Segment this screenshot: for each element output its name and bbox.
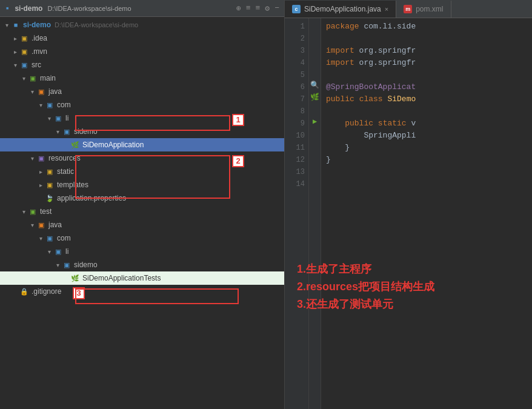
- tree-item-label: main: [40, 74, 56, 82]
- arrow-icon: [45, 247, 53, 256]
- java-spring-test-icon: 🌿: [70, 273, 80, 283]
- code-line-2: [326, 33, 527, 45]
- expand-all-icon[interactable]: ≡: [246, 4, 251, 13]
- tree-item-idea[interactable]: ▣ .idea: [0, 32, 284, 45]
- tree-item-label: .mvn: [32, 47, 47, 56]
- keyword-import2: import: [326, 57, 354, 69]
- tree-item-label: sidemo: [74, 127, 98, 136]
- tab-label: SiDemoApplication.java: [304, 5, 381, 13]
- collapse-all-icon[interactable]: ≡: [256, 4, 261, 13]
- tree-item-test-sidemo[interactable]: ▣ sidemo: [0, 258, 284, 271]
- folder-static-icon: ▣: [45, 167, 55, 176]
- panel-title: si-demo: [15, 4, 42, 13]
- tree-item-SiDemoApplication[interactable]: 🌿 SiDemoApplication: [0, 138, 284, 151]
- code-content[interactable]: package com.li.side import org.springfr …: [321, 18, 532, 409]
- gutter-line-5: [309, 67, 321, 79]
- classname-sidemo: SiDemo: [387, 93, 416, 105]
- run-gutter-icon[interactable]: ▶: [313, 117, 317, 126]
- folder-templates-icon: ▣: [45, 180, 55, 190]
- tree-item-test[interactable]: ▣ test: [0, 205, 284, 218]
- method-signature: [326, 118, 345, 130]
- java-spring-icon: 🌿: [70, 140, 80, 150]
- tree-item-test-java[interactable]: ▣ java: [0, 218, 284, 231]
- badge-1: 1: [232, 114, 244, 126]
- tree-item-label: resources: [48, 154, 81, 162]
- tree-item-gitignore[interactable]: 🔒 .gitignore: [0, 285, 284, 298]
- tab-pom-xml[interactable]: m pom.xml: [396, 1, 451, 18]
- tree-item-label: li: [65, 114, 68, 122]
- tree-item-test-com[interactable]: ▣ com: [0, 231, 284, 245]
- space4: v: [407, 118, 416, 130]
- tree-item-label: com: [57, 234, 71, 242]
- tree-item-src[interactable]: ▣ src: [0, 58, 284, 71]
- folder-src-icon: ▣: [19, 60, 29, 70]
- folder-pkg-icon: ▣: [45, 233, 55, 243]
- tree-item-java[interactable]: ▣ java: [0, 85, 284, 98]
- arrow-icon: [36, 181, 45, 189]
- folder-java-icon: ▣: [36, 220, 46, 230]
- tree-item-sidemo[interactable]: ▣ sidemo: [0, 125, 284, 138]
- folder-resources-icon: ▣: [36, 153, 46, 163]
- spring-run-gutter-icon: 🌿: [310, 93, 319, 102]
- arrow-icon: [19, 207, 28, 216]
- locate-icon[interactable]: ⊕: [236, 4, 241, 13]
- code-line-13: [326, 166, 527, 178]
- tree-item-label: java: [48, 87, 62, 96]
- tree-item-SiDemoApplicationTests[interactable]: 🌿 SiDemoApplicationTests: [0, 271, 284, 285]
- folder-icon: ▣: [19, 33, 29, 43]
- maven-file-icon: m: [404, 5, 412, 13]
- gutter-area: 🔍 🌿 ▶: [309, 18, 321, 409]
- tree-item-label: si-demo: [23, 21, 51, 29]
- tree-item-mvn[interactable]: ▣ .mvn: [0, 45, 284, 58]
- settings-icon[interactable]: ⚙: [265, 4, 270, 13]
- arrow-icon: [28, 221, 36, 229]
- code-line-7: public class SiDemo: [326, 93, 527, 105]
- tree-item-label: test: [40, 207, 52, 216]
- code-line-10: SpringAppli: [326, 130, 527, 142]
- editor-tabs: c SiDemoApplication.java × m pom.xml: [285, 0, 532, 18]
- tree-item-label: sidemo: [74, 261, 98, 269]
- tab-close-button[interactable]: ×: [385, 5, 388, 13]
- folder-pkg-icon: ▣: [53, 113, 63, 123]
- tree-item-label: java: [48, 221, 62, 229]
- arrow-icon: [19, 74, 28, 82]
- folder-pkg-icon: ▣: [53, 247, 63, 256]
- line-numbers: 1 2 3 4 5 6 7 8 9 10 11 12 13 14: [285, 18, 309, 409]
- code-line-9: public static v: [326, 118, 527, 130]
- import-1: org.springfr: [354, 45, 416, 57]
- tree-item-appprops[interactable]: 🍃 application.properties: [0, 191, 284, 205]
- gitignore-icon: 🔒: [19, 287, 29, 296]
- arrow-icon: [36, 167, 45, 176]
- gutter-line-13: [309, 164, 321, 176]
- arrow-icon: [11, 34, 19, 42]
- keyword-package: package: [326, 21, 359, 33]
- project-panel-icon: ▪: [5, 4, 10, 13]
- arrow-icon: [45, 114, 53, 122]
- code-line-6: @SpringBootApplicat: [326, 81, 527, 93]
- keyword-class: class: [359, 93, 383, 105]
- tree-item-label: templates: [57, 181, 88, 189]
- panel-header: ▪ si-demo D:\IDEA-workspace\si-demo ⊕ ≡ …: [0, 0, 284, 17]
- tree-item-label: SiDemoApplicationTests: [82, 274, 161, 282]
- arrow-icon: [36, 101, 45, 109]
- gutter-line-14: [309, 176, 321, 188]
- gutter-line-8: [309, 103, 321, 115]
- tree-item-main[interactable]: ▣ main: [0, 71, 284, 85]
- tree-item-com[interactable]: ▣ com: [0, 98, 284, 111]
- code-line-14: [326, 178, 527, 190]
- minimize-icon[interactable]: −: [274, 4, 279, 13]
- tree-item-root[interactable]: ■ si-demo D:\IDEA-workspace\si-demo: [0, 18, 284, 32]
- space: [354, 93, 359, 105]
- tab-SiDemoApplication[interactable]: c SiDemoApplication.java ×: [285, 1, 396, 18]
- tree-item-test-li[interactable]: ▣ li: [0, 245, 284, 258]
- code-line-8: [326, 105, 527, 118]
- properties-file-icon: 🍃: [45, 193, 55, 203]
- tree-item-templates[interactable]: ▣ templates: [0, 178, 284, 191]
- keyword-public2: public: [345, 118, 373, 130]
- folder-test-icon: ▣: [28, 207, 38, 216]
- keyword-import: import: [326, 45, 354, 57]
- gutter-line-3: [309, 42, 321, 55]
- code-area: 1 2 3 4 5 6 7 8 9 10 11 12 13 14: [285, 18, 532, 409]
- keyword-static: static: [378, 118, 407, 130]
- arrow-icon: [11, 47, 19, 56]
